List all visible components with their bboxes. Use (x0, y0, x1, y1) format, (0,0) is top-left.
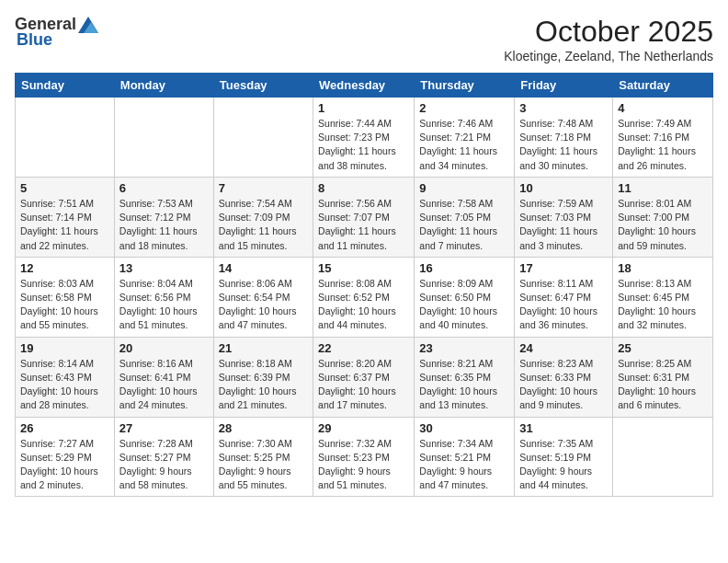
calendar-cell: 15Sunrise: 8:08 AM Sunset: 6:52 PM Dayli… (313, 257, 415, 337)
calendar-cell: 1Sunrise: 7:44 AM Sunset: 7:23 PM Daylig… (313, 98, 415, 178)
calendar-table: SundayMondayTuesdayWednesdayThursdayFrid… (15, 73, 713, 497)
day-info: Sunrise: 8:01 AM Sunset: 7:00 PM Dayligh… (618, 197, 708, 253)
calendar-cell: 28Sunrise: 7:30 AM Sunset: 5:25 PM Dayli… (213, 417, 313, 497)
calendar-cell: 8Sunrise: 7:56 AM Sunset: 7:07 PM Daylig… (313, 177, 415, 257)
day-info: Sunrise: 8:09 AM Sunset: 6:50 PM Dayligh… (419, 277, 509, 333)
page-header: General Blue October 2025 Kloetinge, Zee… (15, 15, 713, 63)
calendar-cell (114, 98, 213, 178)
day-info: Sunrise: 7:49 AM Sunset: 7:16 PM Dayligh… (618, 117, 708, 173)
day-info: Sunrise: 8:23 AM Sunset: 6:33 PM Dayligh… (519, 357, 608, 413)
day-info: Sunrise: 7:28 AM Sunset: 5:27 PM Dayligh… (119, 437, 209, 493)
calendar-week-row: 1Sunrise: 7:44 AM Sunset: 7:23 PM Daylig… (16, 98, 713, 178)
day-number: 6 (119, 181, 209, 195)
calendar-cell: 9Sunrise: 7:58 AM Sunset: 7:05 PM Daylig… (415, 177, 515, 257)
calendar-week-row: 19Sunrise: 8:14 AM Sunset: 6:43 PM Dayli… (16, 337, 713, 417)
day-number: 22 (318, 341, 409, 355)
calendar-header: SundayMondayTuesdayWednesdayThursdayFrid… (16, 74, 713, 98)
day-info: Sunrise: 7:56 AM Sunset: 7:07 PM Dayligh… (318, 197, 409, 253)
day-info: Sunrise: 8:13 AM Sunset: 6:45 PM Dayligh… (618, 277, 708, 333)
calendar-week-row: 12Sunrise: 8:03 AM Sunset: 6:58 PM Dayli… (16, 257, 713, 337)
day-info: Sunrise: 7:34 AM Sunset: 5:21 PM Dayligh… (419, 437, 509, 493)
weekday-header-thursday: Thursday (415, 74, 515, 98)
logo-icon (78, 17, 98, 33)
day-info: Sunrise: 7:54 AM Sunset: 7:09 PM Dayligh… (219, 197, 308, 253)
calendar-week-row: 5Sunrise: 7:51 AM Sunset: 7:14 PM Daylig… (16, 177, 713, 257)
calendar-cell: 22Sunrise: 8:20 AM Sunset: 6:37 PM Dayli… (313, 337, 415, 417)
calendar-cell: 13Sunrise: 8:04 AM Sunset: 6:56 PM Dayli… (114, 257, 213, 337)
day-number: 31 (519, 421, 608, 435)
calendar-cell: 7Sunrise: 7:54 AM Sunset: 7:09 PM Daylig… (213, 177, 313, 257)
calendar-cell: 20Sunrise: 8:16 AM Sunset: 6:41 PM Dayli… (114, 337, 213, 417)
location-subtitle: Kloetinge, Zeeland, The Netherlands (504, 49, 713, 63)
weekday-header-friday: Friday (515, 74, 613, 98)
day-info: Sunrise: 7:58 AM Sunset: 7:05 PM Dayligh… (419, 197, 509, 253)
day-info: Sunrise: 8:08 AM Sunset: 6:52 PM Dayligh… (318, 277, 409, 333)
calendar-cell: 31Sunrise: 7:35 AM Sunset: 5:19 PM Dayli… (515, 417, 613, 497)
weekday-header-sunday: Sunday (16, 74, 115, 98)
day-number: 11 (618, 181, 708, 195)
day-number: 14 (219, 261, 308, 275)
calendar-cell: 12Sunrise: 8:03 AM Sunset: 6:58 PM Dayli… (16, 257, 115, 337)
day-number: 3 (519, 101, 608, 115)
weekday-header-row: SundayMondayTuesdayWednesdayThursdayFrid… (16, 74, 713, 98)
calendar-cell: 14Sunrise: 8:06 AM Sunset: 6:54 PM Dayli… (213, 257, 313, 337)
calendar-cell: 5Sunrise: 7:51 AM Sunset: 7:14 PM Daylig… (16, 177, 115, 257)
day-number: 28 (219, 421, 308, 435)
day-number: 18 (618, 261, 708, 275)
day-number: 10 (519, 181, 608, 195)
calendar-cell: 27Sunrise: 7:28 AM Sunset: 5:27 PM Dayli… (114, 417, 213, 497)
day-number: 19 (20, 341, 109, 355)
calendar-cell: 25Sunrise: 8:25 AM Sunset: 6:31 PM Dayli… (613, 337, 713, 417)
calendar-cell: 30Sunrise: 7:34 AM Sunset: 5:21 PM Dayli… (415, 417, 515, 497)
calendar-cell: 26Sunrise: 7:27 AM Sunset: 5:29 PM Dayli… (16, 417, 115, 497)
day-info: Sunrise: 8:18 AM Sunset: 6:39 PM Dayligh… (219, 357, 308, 413)
day-number: 27 (119, 421, 209, 435)
title-block: October 2025 Kloetinge, Zeeland, The Net… (504, 15, 713, 63)
calendar-cell: 2Sunrise: 7:46 AM Sunset: 7:21 PM Daylig… (415, 98, 515, 178)
day-number: 16 (419, 261, 509, 275)
day-info: Sunrise: 7:32 AM Sunset: 5:23 PM Dayligh… (318, 437, 409, 493)
calendar-cell: 21Sunrise: 8:18 AM Sunset: 6:39 PM Dayli… (213, 337, 313, 417)
calendar-cell: 6Sunrise: 7:53 AM Sunset: 7:12 PM Daylig… (114, 177, 213, 257)
day-number: 24 (519, 341, 608, 355)
calendar-cell: 3Sunrise: 7:48 AM Sunset: 7:18 PM Daylig… (515, 98, 613, 178)
calendar-cell: 10Sunrise: 7:59 AM Sunset: 7:03 PM Dayli… (515, 177, 613, 257)
weekday-header-tuesday: Tuesday (213, 74, 313, 98)
calendar-week-row: 26Sunrise: 7:27 AM Sunset: 5:29 PM Dayli… (16, 417, 713, 497)
day-info: Sunrise: 8:14 AM Sunset: 6:43 PM Dayligh… (20, 357, 109, 413)
calendar-cell: 4Sunrise: 7:49 AM Sunset: 7:16 PM Daylig… (613, 98, 713, 178)
calendar-body: 1Sunrise: 7:44 AM Sunset: 7:23 PM Daylig… (16, 98, 713, 497)
calendar-cell: 23Sunrise: 8:21 AM Sunset: 6:35 PM Dayli… (415, 337, 515, 417)
day-info: Sunrise: 8:25 AM Sunset: 6:31 PM Dayligh… (618, 357, 708, 413)
calendar-cell: 24Sunrise: 8:23 AM Sunset: 6:33 PM Dayli… (515, 337, 613, 417)
calendar-cell (613, 417, 713, 497)
day-number: 26 (20, 421, 109, 435)
day-number: 20 (119, 341, 209, 355)
day-info: Sunrise: 7:53 AM Sunset: 7:12 PM Dayligh… (119, 197, 209, 253)
calendar-cell: 11Sunrise: 8:01 AM Sunset: 7:00 PM Dayli… (613, 177, 713, 257)
day-number: 17 (519, 261, 608, 275)
day-info: Sunrise: 7:48 AM Sunset: 7:18 PM Dayligh… (519, 117, 608, 173)
day-number: 15 (318, 261, 409, 275)
day-info: Sunrise: 8:06 AM Sunset: 6:54 PM Dayligh… (219, 277, 308, 333)
weekday-header-saturday: Saturday (613, 74, 713, 98)
weekday-header-monday: Monday (114, 74, 213, 98)
calendar-cell: 16Sunrise: 8:09 AM Sunset: 6:50 PM Dayli… (415, 257, 515, 337)
logo-blue-text: Blue (17, 30, 52, 50)
day-info: Sunrise: 8:03 AM Sunset: 6:58 PM Dayligh… (20, 277, 109, 333)
month-year-title: October 2025 (504, 15, 713, 49)
day-info: Sunrise: 7:51 AM Sunset: 7:14 PM Dayligh… (20, 197, 109, 253)
day-info: Sunrise: 8:04 AM Sunset: 6:56 PM Dayligh… (119, 277, 209, 333)
calendar-cell: 17Sunrise: 8:11 AM Sunset: 6:47 PM Dayli… (515, 257, 613, 337)
day-info: Sunrise: 7:59 AM Sunset: 7:03 PM Dayligh… (519, 197, 608, 253)
day-info: Sunrise: 7:46 AM Sunset: 7:21 PM Dayligh… (419, 117, 509, 173)
day-number: 1 (318, 101, 409, 115)
day-info: Sunrise: 8:11 AM Sunset: 6:47 PM Dayligh… (519, 277, 608, 333)
weekday-header-wednesday: Wednesday (313, 74, 415, 98)
day-info: Sunrise: 8:21 AM Sunset: 6:35 PM Dayligh… (419, 357, 509, 413)
day-number: 7 (219, 181, 308, 195)
day-number: 21 (219, 341, 308, 355)
day-number: 2 (419, 101, 509, 115)
calendar-cell: 18Sunrise: 8:13 AM Sunset: 6:45 PM Dayli… (613, 257, 713, 337)
day-number: 29 (318, 421, 409, 435)
